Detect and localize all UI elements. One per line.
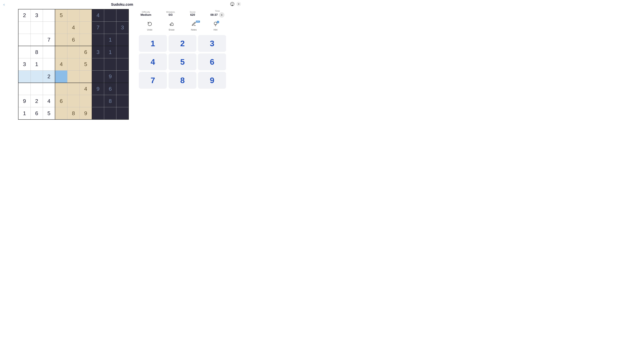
table-row[interactable]: 6 [104, 83, 116, 95]
table-row[interactable]: 7 [43, 34, 55, 46]
table-row[interactable]: 3 [18, 58, 30, 70]
table-row[interactable] [18, 83, 30, 95]
table-row[interactable] [55, 46, 67, 58]
back-button[interactable]: ‹ [3, 2, 5, 7]
table-row[interactable]: 1 [18, 107, 30, 119]
table-row[interactable]: 9 [18, 95, 30, 107]
table-row[interactable] [92, 34, 104, 46]
table-row[interactable] [92, 70, 104, 83]
table-row[interactable] [67, 46, 80, 58]
table-row[interactable] [55, 21, 67, 34]
numpad-button-2[interactable]: 2 [168, 35, 196, 52]
table-row[interactable] [67, 83, 80, 95]
table-row[interactable]: 6 [80, 46, 92, 58]
table-row[interactable] [67, 70, 80, 83]
table-row[interactable] [116, 34, 129, 46]
table-row[interactable] [116, 95, 129, 107]
table-row[interactable] [67, 95, 80, 107]
table-row[interactable] [116, 58, 129, 70]
numpad-button-6[interactable]: 6 [198, 53, 226, 70]
table-row[interactable] [18, 46, 30, 58]
pause-button[interactable]: ⏸ [219, 12, 224, 17]
numpad-button-7[interactable]: 7 [139, 72, 167, 89]
table-row[interactable] [55, 107, 67, 119]
table-row[interactable]: 6 [30, 107, 43, 119]
table-row[interactable]: 2 [30, 95, 43, 107]
table-row[interactable] [80, 34, 92, 46]
table-row[interactable] [116, 70, 129, 83]
numpad-button-3[interactable]: 3 [198, 35, 226, 52]
table-row[interactable] [80, 9, 92, 21]
table-row[interactable]: 3 [92, 46, 104, 58]
table-row[interactable] [55, 70, 67, 83]
table-row[interactable]: 6 [55, 95, 67, 107]
table-row[interactable]: 2 [18, 9, 30, 21]
table-row[interactable] [104, 58, 116, 70]
table-row[interactable] [104, 21, 116, 34]
table-row[interactable] [92, 95, 104, 107]
hint-button[interactable]: 2 Hint [213, 22, 218, 31]
table-row[interactable]: 9 [92, 83, 104, 95]
numpad-button-1[interactable]: 1 [139, 35, 167, 52]
table-row[interactable] [30, 34, 43, 46]
table-row[interactable] [43, 83, 55, 95]
table-row[interactable]: 4 [80, 83, 92, 95]
table-row[interactable] [55, 34, 67, 46]
table-row[interactable]: 3 [30, 9, 43, 21]
numpad-button-8[interactable]: 8 [168, 72, 196, 89]
table-row[interactable]: 9 [80, 107, 92, 119]
table-row[interactable] [43, 21, 55, 34]
sudoku-grid[interactable]: 235447376186313145294969246816589 [18, 9, 129, 120]
table-row[interactable] [43, 46, 55, 58]
table-row[interactable] [80, 21, 92, 34]
table-row[interactable]: 2 [43, 70, 55, 83]
table-row[interactable]: 3 [116, 21, 129, 34]
table-row[interactable]: 8 [67, 107, 80, 119]
table-row[interactable]: 5 [80, 58, 92, 70]
table-row[interactable] [43, 9, 55, 21]
table-row[interactable]: 9 [104, 70, 116, 83]
table-row[interactable] [104, 9, 116, 21]
numpad-button-5[interactable]: 5 [168, 53, 196, 70]
table-row[interactable] [30, 21, 43, 34]
table-row[interactable] [116, 107, 129, 119]
table-row[interactable] [30, 83, 43, 95]
table-row[interactable] [18, 34, 30, 46]
table-row[interactable] [18, 70, 30, 83]
table-row[interactable]: 4 [55, 58, 67, 70]
numpad-button-4[interactable]: 4 [139, 53, 167, 70]
table-row[interactable]: 5 [43, 107, 55, 119]
table-row[interactable] [55, 83, 67, 95]
table-row[interactable]: 5 [55, 9, 67, 21]
table-row[interactable]: 8 [104, 95, 116, 107]
table-row[interactable] [92, 58, 104, 70]
table-row[interactable] [80, 70, 92, 83]
table-row[interactable] [43, 58, 55, 70]
table-row[interactable] [80, 95, 92, 107]
table-row[interactable]: 7 [92, 21, 104, 34]
table-row[interactable] [30, 70, 43, 83]
table-row[interactable]: 6 [67, 34, 80, 46]
table-row[interactable] [116, 46, 129, 58]
table-row[interactable] [18, 21, 30, 34]
settings-button[interactable] [236, 2, 241, 7]
table-row[interactable] [116, 83, 129, 95]
table-row[interactable]: 8 [30, 46, 43, 58]
table-row[interactable] [67, 58, 80, 70]
erase-label: Erase [169, 28, 174, 31]
notes-button[interactable]: OFF Notes [191, 22, 197, 31]
palette-button[interactable] [230, 2, 234, 7]
table-row[interactable] [116, 9, 129, 21]
table-row[interactable]: 4 [43, 95, 55, 107]
numpad-button-9[interactable]: 9 [198, 72, 226, 89]
table-row[interactable] [92, 107, 104, 119]
table-row[interactable]: 4 [67, 21, 80, 34]
table-row[interactable]: 1 [104, 34, 116, 46]
table-row[interactable] [104, 107, 116, 119]
table-row[interactable]: 1 [30, 58, 43, 70]
table-row[interactable]: 4 [92, 9, 104, 21]
table-row[interactable] [67, 9, 80, 21]
undo-button[interactable]: Undo [147, 22, 152, 31]
erase-button[interactable]: Erase [169, 22, 174, 31]
table-row[interactable]: 1 [104, 46, 116, 58]
